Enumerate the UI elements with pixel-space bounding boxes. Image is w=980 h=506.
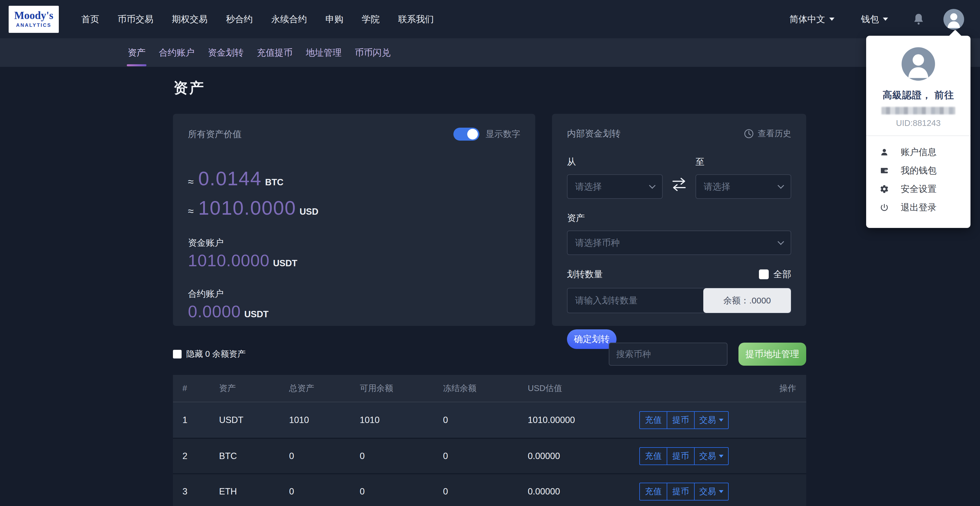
hide-zero-checkbox[interactable] (173, 350, 181, 358)
nav-item-options-trade[interactable]: 期权交易 (172, 13, 208, 25)
table-row: 3 ETH 0 0 0 0.00000 充值 提币 交易 (173, 473, 806, 506)
nav-item-perpetual-contract[interactable]: 永续合约 (271, 13, 307, 25)
row-asset: ETH (219, 486, 289, 497)
row-actions: 充值 提币 交易 (639, 447, 729, 465)
total-usd-value: 1010.0000 (198, 197, 296, 219)
withdraw-button[interactable]: 提币 (667, 411, 695, 429)
asset-select[interactable]: 请选择币种 (567, 231, 791, 255)
trade-label: 交易 (699, 486, 716, 497)
row-usd-value: 1010.00000 (528, 415, 630, 425)
contract-account-value: 0.0000 (188, 302, 241, 321)
table-row: 2 BTC 0 0 0 0.00000 充值 提币 交易 (173, 438, 806, 473)
chevron-down-icon (719, 419, 724, 422)
all-assets-card: 所有资产价值 显示数字 ≈ 0.0144 BTC ≈ 1010.0000 USD… (173, 114, 535, 326)
deposit-button[interactable]: 充值 (639, 411, 667, 429)
row-asset: USDT (219, 415, 289, 425)
menu-item-my-wallet[interactable]: 我的钱包 (880, 161, 970, 180)
row-frozen: 0 (443, 415, 528, 425)
nav-item-second-contract[interactable]: 秒合约 (226, 13, 253, 25)
btc-unit: BTC (265, 177, 284, 188)
deposit-button[interactable]: 充值 (639, 447, 667, 465)
hide-zero-balance-option[interactable]: 隐藏 0 余额资产 (173, 348, 246, 360)
row-index: 2 (173, 451, 219, 461)
gear-icon (880, 185, 889, 194)
withdraw-address-management-button[interactable]: 提币地址管理 (738, 343, 806, 366)
subnav-item-fund-transfer[interactable]: 资金划转 (206, 38, 245, 67)
chevron-down-icon (778, 182, 784, 189)
language-label: 简体中文 (789, 13, 825, 25)
trade-label: 交易 (699, 450, 716, 462)
user-avatar-button[interactable] (943, 9, 964, 30)
clock-icon (744, 129, 754, 138)
balance-addon: 余额：.0000 (703, 288, 791, 313)
all-checkbox[interactable] (759, 269, 769, 279)
chevron-down-icon (649, 182, 656, 189)
hide-zero-label: 隐藏 0 余额资产 (186, 348, 246, 360)
swap-direction-button[interactable] (663, 156, 695, 199)
total-btc-value: 0.0144 (198, 167, 262, 189)
all-label: 全部 (773, 268, 791, 280)
nav-item-home[interactable]: 首页 (81, 13, 99, 25)
internal-transfer-card: 内部资金划转 查看历史 从 请选择 至 请选择 (552, 114, 806, 326)
topnav-right: 简体中文 钱包 (789, 9, 964, 30)
user-dropdown-panel: 高級認證， 前往 UID:881243 账户信息 我的钱包 (866, 36, 970, 228)
main-menu: 首页 币币交易 期权交易 秒合约 永续合约 申购 学院 联系我们 (81, 13, 434, 25)
user-menu: 账户信息 我的钱包 安全设置 (866, 136, 970, 217)
fund-account-unit: USDT (273, 258, 297, 269)
wallet-icon (880, 166, 889, 175)
header-asset: 资产 (219, 383, 289, 394)
brand-name: Moody's (14, 10, 53, 21)
withdraw-button[interactable]: 提币 (667, 483, 695, 501)
verification-link[interactable]: 高級認證， 前往 (866, 89, 970, 102)
menu-item-security-settings[interactable]: 安全设置 (880, 180, 970, 198)
transfer-all-option[interactable]: 全部 (759, 268, 791, 280)
nav-item-contact[interactable]: 联系我们 (398, 13, 434, 25)
header-actions: 操作 (630, 383, 806, 394)
fund-account-label: 资金账户 (188, 237, 520, 249)
row-total: 0 (289, 486, 360, 497)
brand-logo[interactable]: Moody's ANALYTICS (9, 6, 59, 33)
blurred-email (881, 107, 955, 115)
nav-item-subscribe[interactable]: 申购 (325, 13, 343, 25)
menu-item-account-info[interactable]: 账户信息 (880, 143, 970, 161)
subnav-item-address-management[interactable]: 地址管理 (304, 38, 343, 67)
trade-dropdown-button[interactable]: 交易 (694, 483, 729, 501)
from-account-select[interactable]: 请选择 (567, 174, 663, 199)
transfer-card-title: 内部资金划转 (567, 128, 620, 140)
header-frozen: 冻结余额 (443, 383, 528, 394)
subnav-item-quick-swap[interactable]: 币币闪兑 (353, 38, 392, 67)
header-available: 可用余额 (360, 383, 443, 394)
deposit-button[interactable]: 充值 (639, 483, 667, 501)
table-header-row: # 资产 总资产 可用余额 冻结余额 USD估值 操作 (173, 375, 806, 402)
chevron-down-icon (778, 238, 784, 245)
assets-table: # 资产 总资产 可用余额 冻结余额 USD估值 操作 1 USDT 1010 … (173, 375, 806, 506)
notification-bell-button[interactable] (913, 13, 924, 25)
brand-subtitle: ANALYTICS (16, 22, 52, 28)
view-history-link[interactable]: 查看历史 (744, 128, 791, 140)
trade-dropdown-button[interactable]: 交易 (694, 447, 729, 465)
subnav-item-assets[interactable]: 资产 (126, 38, 147, 67)
avatar-icon (902, 47, 935, 81)
subnav-item-contract-account[interactable]: 合约账户 (158, 38, 196, 67)
language-selector[interactable]: 简体中文 (789, 13, 834, 25)
row-available: 0 (360, 451, 443, 461)
wallet-menu[interactable]: 钱包 (861, 13, 888, 25)
to-select-placeholder: 请选择 (703, 181, 730, 193)
search-coin-input[interactable] (609, 343, 727, 366)
trade-dropdown-button[interactable]: 交易 (694, 411, 729, 429)
page-title: 资产 (173, 78, 205, 98)
nav-item-spot-trade[interactable]: 币币交易 (118, 13, 153, 25)
nav-item-academy[interactable]: 学院 (362, 13, 380, 25)
amount-input-group: 余额：.0000 (567, 288, 791, 313)
withdraw-button[interactable]: 提币 (667, 447, 695, 465)
subnav-item-deposit-withdraw[interactable]: 充值提币 (255, 38, 294, 67)
menu-item-logout[interactable]: 退出登录 (880, 198, 970, 217)
to-account-select[interactable]: 请选择 (695, 174, 791, 199)
chevron-down-icon (829, 18, 834, 21)
chevron-down-icon (883, 18, 888, 21)
row-usd-value: 0.00000 (528, 451, 630, 461)
row-frozen: 0 (443, 486, 528, 497)
show-numbers-toggle[interactable] (453, 128, 479, 141)
approx-symbol: ≈ (188, 205, 194, 217)
all-assets-title: 所有资产价值 (188, 128, 242, 140)
